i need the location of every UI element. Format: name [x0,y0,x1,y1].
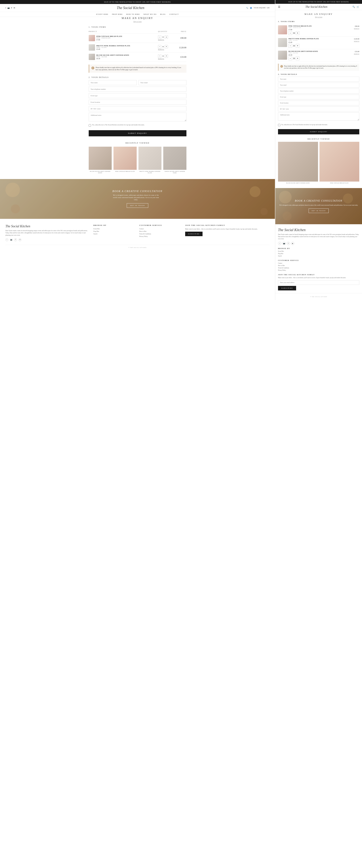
email-icon[interactable]: ✉ [19,238,21,241]
rp-youtube-icon[interactable]: ▶ [291,242,294,245]
nav-what-we-do[interactable]: WHAT WE DO [143,13,157,15]
rp-instagram-icon[interactable]: 📷 [282,242,286,245]
footer-link-event-hire[interactable]: Event Hire [93,228,136,230]
rp-event-date-input[interactable] [278,106,359,112]
rp-site-logo[interactable]: The Social Kitchen [305,5,328,8]
rp-item-row: PRETTY PINK MARBLE DINNER PLATE PINK / G… [278,36,359,49]
quantity-value: 30 [162,36,164,38]
footer-description: Dani Tucker made a name for herself desi… [5,230,90,237]
rp-increase-qty-button[interactable]: + [296,57,299,60]
remove-item-link[interactable]: REMOVE [158,49,175,50]
list-item[interactable]: PRETTY PINK MARBLE DINNER PLATE [138,147,162,174]
rp-info-text: Please kindly note that we apply deliver… [284,65,358,69]
rp-subscribe-button[interactable]: SUBSCRIBE [278,286,296,290]
rp-rv-thumbnail [319,142,359,182]
rp-remove-link[interactable]: REMOVE [354,53,359,55]
remove-item-link[interactable]: REMOVE [158,58,175,60]
pinterest-icon[interactable]: P [14,238,17,241]
rp-search-icon[interactable]: 🔍 [353,6,355,8]
rp-product-sub: PINK / GLASS [288,40,353,41]
rp-skip-link[interactable]: Skip to form [278,16,359,18]
rp-footer-terms[interactable]: Terms & Conditions [278,267,359,269]
rp-footer-prop-hire[interactable]: Prop Hire [278,253,359,254]
decrease-qty-button[interactable]: − [158,45,161,48]
rp-decrease-qty-button[interactable]: − [288,31,292,35]
rp-newsletter-checkbox[interactable] [278,124,280,126]
rp-newsletter-email-input[interactable] [278,280,359,285]
rp-footer-how-to-hire[interactable]: How to Hire [278,265,359,267]
rp-submit-button[interactable]: SUBMIT ENQUIRY [278,129,359,134]
rp-item-info: BLUSH SILVER AMITY DINNER KNIFE PINK / S… [288,51,353,60]
decrease-qty-button[interactable]: − [158,35,161,39]
footer-browse-title: BROWSE BY [93,224,136,226]
get-in-touch-button[interactable]: GET IN TOUCH [127,203,148,208]
submit-enquiry-button[interactable]: SUBMIT ENQUIRY [89,130,187,136]
rp-email-input[interactable] [278,83,359,88]
rp-footer-sections: BROWSE BY Event Hire Prop Hire Search CU… [275,248,362,290]
list-item[interactable]: PINK VINTAGE BREAD PLATE [319,142,359,184]
email-input[interactable] [138,80,187,85]
subscribe-button[interactable]: SUBSCRIBE [185,231,202,236]
list-item[interactable]: BLUSH SILVER AMITY DINNER KNIFE [89,147,112,174]
additional-notes-input[interactable] [89,113,187,121]
newsletter-checkbox[interactable] [89,124,91,127]
rp-additional-notes-input[interactable] [278,113,359,121]
footer-link-prop-hire[interactable]: Prop Hire [93,230,136,232]
rp-decrease-qty-button[interactable]: − [288,57,292,60]
footer-link-how-to-hire[interactable]: How to Hire [139,230,182,232]
name-input[interactable] [89,80,137,85]
rp-phone-input[interactable] [278,89,359,93]
footer-link-search[interactable]: Search [93,233,136,235]
cart-link[interactable]: YOUR ENQUIRY / £80 [254,7,270,9]
pinterest-icon[interactable]: P [11,7,12,9]
rp-remove-link[interactable]: REMOVE [354,28,359,29]
list-item[interactable]: PINK VINTAGE BREAD PLATE [113,147,137,174]
nav-contact[interactable]: CONTACT [169,13,179,15]
event-location-input[interactable] [89,100,187,105]
email-icon[interactable]: ✉ [13,7,15,9]
increase-qty-button[interactable]: + [165,35,168,39]
rp-footer-event-hire[interactable]: Event Hire [278,250,359,252]
rp-facebook-icon[interactable]: f [278,242,281,245]
rp-decrease-qty-button[interactable]: − [288,44,292,48]
facebook-icon[interactable]: f [5,238,8,241]
skip-to-form-link[interactable]: Skip to form [89,21,187,23]
rp-increase-qty-button[interactable]: + [296,31,299,35]
rp-cart-icon[interactable]: 🛒 [357,6,359,8]
rp-remove-link[interactable]: REMOVE [354,40,359,42]
rp-increase-qty-button[interactable]: + [296,44,299,48]
rp-footer-logo: The Social Kitchen [278,228,359,232]
site-logo[interactable]: The Social Kitchen [15,6,246,10]
rp-footer-privacy[interactable]: Privacy Policy [278,270,359,271]
event-type-input[interactable] [89,93,187,98]
rp-get-in-touch-button[interactable]: GET IN TOUCH [309,209,329,213]
increase-qty-button[interactable]: + [165,55,168,58]
list-item[interactable]: BLUSH SILVER AMITY DINNER KNIFE [278,142,318,184]
footer-link-contact[interactable]: Contact [139,228,182,230]
table-row: PRETTY PINK MARBLE DINNER PLATE PINK / G… [89,43,187,52]
rp-footer-search[interactable]: Search [278,255,359,257]
phone-input[interactable] [89,87,187,92]
hamburger-menu-icon[interactable]: ☰ [278,5,280,8]
remove-item-link[interactable]: REMOVE [158,39,175,41]
nav-event-hire[interactable]: EVENT HIRE [96,13,108,15]
search-icon[interactable]: 🔍 [246,7,248,9]
decrease-qty-button[interactable]: − [158,55,161,58]
rp-name-input[interactable] [278,77,359,82]
instagram-icon[interactable]: 📷 [10,238,13,241]
instagram-icon[interactable]: 📷 [7,7,9,9]
rp-pinterest-icon[interactable]: P [287,242,290,245]
rp-footer-contact[interactable]: Contact [278,262,359,264]
nav-how-to-hire[interactable]: HOW TO HIRE [126,13,140,15]
increase-qty-button[interactable]: + [165,45,168,48]
rp-event-location-input[interactable] [278,100,359,105]
nav-prop-hire[interactable]: PROP HIRE [112,13,123,15]
account-icon[interactable]: 👤 [250,7,252,9]
list-item[interactable]: WHITE SILVER AMITY DINNER FORK [163,147,187,174]
facebook-icon[interactable]: f [5,7,6,9]
footer-link-privacy[interactable]: Privacy Policy [139,236,182,237]
nav-blog[interactable]: BLOG [160,13,166,15]
event-date-input[interactable] [89,106,187,111]
footer-link-terms[interactable]: Terms & Conditions [139,233,182,235]
rp-event-type-input[interactable] [278,95,359,99]
